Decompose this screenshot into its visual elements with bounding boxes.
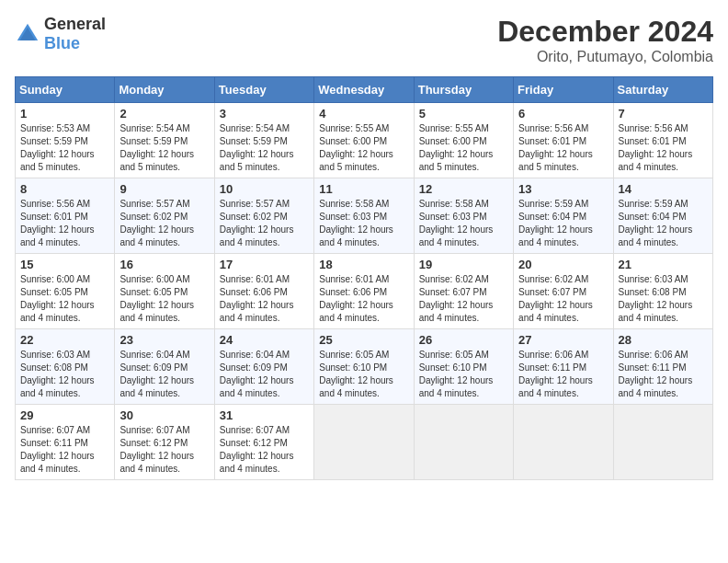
weekday-header: Tuesday [214,77,313,103]
day-info: Sunrise: 6:04 AM Sunset: 6:09 PM Dayligh… [220,349,309,400]
day-number: 22 [20,333,109,347]
calendar-cell: 1 Sunrise: 5:53 AM Sunset: 5:59 PM Dayli… [16,103,115,178]
day-number: 4 [319,107,408,121]
day-number: 6 [518,107,608,121]
calendar-cell: 4 Sunrise: 5:55 AM Sunset: 6:00 PM Dayli… [314,103,414,178]
calendar-week-row: 15 Sunrise: 6:00 AM Sunset: 6:05 PM Dayl… [16,254,713,329]
day-info: Sunrise: 5:54 AM Sunset: 5:59 PM Dayligh… [119,122,209,174]
calendar-cell: 25 Sunrise: 6:05 AM Sunset: 6:10 PM Dayl… [314,329,414,405]
day-info: Sunrise: 5:59 AM Sunset: 6:04 PM Dayligh… [619,198,708,249]
calendar-cell: 9 Sunrise: 5:57 AM Sunset: 6:02 PM Dayli… [115,178,214,254]
day-number: 9 [119,182,209,196]
day-info: Sunrise: 6:05 AM Sunset: 6:10 PM Dayligh… [319,349,408,400]
day-number: 5 [419,107,508,121]
day-number: 23 [119,333,209,347]
calendar-cell: 28 Sunrise: 6:06 AM Sunset: 6:11 PM Dayl… [613,329,712,405]
day-number: 26 [419,333,508,347]
day-info: Sunrise: 5:55 AM Sunset: 6:00 PM Dayligh… [419,122,508,174]
day-info: Sunrise: 5:53 AM Sunset: 5:59 PM Dayligh… [20,122,109,174]
calendar-cell: 14 Sunrise: 5:59 AM Sunset: 6:04 PM Dayl… [613,178,712,254]
day-info: Sunrise: 6:07 AM Sunset: 6:12 PM Dayligh… [220,424,309,476]
day-info: Sunrise: 5:56 AM Sunset: 6:01 PM Dayligh… [518,122,608,174]
day-number: 27 [518,333,608,347]
day-number: 24 [220,333,309,347]
calendar-cell: 3 Sunrise: 5:54 AM Sunset: 5:59 PM Dayli… [214,103,313,178]
calendar-cell: 26 Sunrise: 6:05 AM Sunset: 6:10 PM Dayl… [414,329,513,405]
day-number: 18 [319,258,408,271]
calendar-cell [314,405,414,480]
day-number: 13 [518,182,608,196]
calendar-cell: 13 Sunrise: 5:59 AM Sunset: 6:04 PM Dayl… [514,178,613,254]
day-info: Sunrise: 5:56 AM Sunset: 6:01 PM Dayligh… [619,122,708,174]
day-number: 16 [119,258,209,271]
page-wrapper: General Blue December 2024 Orito, Putuma… [15,15,713,480]
calendar-cell: 31 Sunrise: 6:07 AM Sunset: 6:12 PM Dayl… [214,405,313,480]
day-number: 28 [619,333,708,347]
calendar-cell: 11 Sunrise: 5:58 AM Sunset: 6:03 PM Dayl… [314,178,414,254]
calendar-week-row: 22 Sunrise: 6:03 AM Sunset: 6:08 PM Dayl… [16,329,713,405]
day-number: 2 [119,107,209,121]
day-info: Sunrise: 6:04 AM Sunset: 6:09 PM Dayligh… [119,349,209,400]
day-info: Sunrise: 6:06 AM Sunset: 6:11 PM Dayligh… [518,349,608,400]
day-number: 11 [319,182,408,196]
day-number: 30 [119,408,209,422]
day-number: 29 [20,408,109,422]
day-number: 31 [220,408,309,422]
day-info: Sunrise: 6:01 AM Sunset: 6:06 PM Dayligh… [220,273,309,325]
day-info: Sunrise: 6:07 AM Sunset: 6:11 PM Dayligh… [20,424,109,476]
weekday-header: Friday [514,77,613,103]
calendar-cell: 22 Sunrise: 6:03 AM Sunset: 6:08 PM Dayl… [16,329,115,405]
calendar-cell: 23 Sunrise: 6:04 AM Sunset: 6:09 PM Dayl… [115,329,214,405]
weekday-header: Wednesday [314,77,414,103]
calendar-cell: 12 Sunrise: 5:58 AM Sunset: 6:03 PM Dayl… [414,178,513,254]
day-info: Sunrise: 6:00 AM Sunset: 6:05 PM Dayligh… [119,273,209,325]
calendar-week-row: 8 Sunrise: 5:56 AM Sunset: 6:01 PM Dayli… [16,178,713,254]
calendar-cell: 27 Sunrise: 6:06 AM Sunset: 6:11 PM Dayl… [514,329,613,405]
day-info: Sunrise: 5:56 AM Sunset: 6:01 PM Dayligh… [20,198,109,249]
calendar-cell: 24 Sunrise: 6:04 AM Sunset: 6:09 PM Dayl… [214,329,313,405]
day-info: Sunrise: 5:58 AM Sunset: 6:03 PM Dayligh… [419,198,508,249]
day-number: 21 [619,258,708,271]
day-info: Sunrise: 6:07 AM Sunset: 6:12 PM Dayligh… [119,424,209,476]
day-info: Sunrise: 5:54 AM Sunset: 5:59 PM Dayligh… [220,122,309,174]
weekday-header: Sunday [16,77,115,103]
calendar-cell: 20 Sunrise: 6:02 AM Sunset: 6:07 PM Dayl… [514,254,613,329]
calendar-cell [613,405,712,480]
day-info: Sunrise: 5:59 AM Sunset: 6:04 PM Dayligh… [518,198,608,249]
day-info: Sunrise: 6:02 AM Sunset: 6:07 PM Dayligh… [419,273,508,325]
day-number: 15 [20,258,109,271]
weekday-row: SundayMondayTuesdayWednesdayThursdayFrid… [16,77,713,103]
day-number: 17 [220,258,309,271]
day-info: Sunrise: 6:02 AM Sunset: 6:07 PM Dayligh… [518,273,608,325]
calendar-cell: 15 Sunrise: 6:00 AM Sunset: 6:05 PM Dayl… [16,254,115,329]
logo: General Blue [15,15,106,53]
day-info: Sunrise: 6:03 AM Sunset: 6:08 PM Dayligh… [619,273,708,325]
calendar: SundayMondayTuesdayWednesdayThursdayFrid… [15,76,713,480]
day-number: 7 [619,107,708,121]
calendar-header: SundayMondayTuesdayWednesdayThursdayFrid… [16,77,713,103]
day-number: 1 [20,107,109,121]
calendar-cell: 2 Sunrise: 5:54 AM Sunset: 5:59 PM Dayli… [115,103,214,178]
day-info: Sunrise: 6:00 AM Sunset: 6:05 PM Dayligh… [20,273,109,325]
day-info: Sunrise: 5:57 AM Sunset: 6:02 PM Dayligh… [119,198,209,249]
day-info: Sunrise: 6:06 AM Sunset: 6:11 PM Dayligh… [619,349,708,400]
calendar-cell: 29 Sunrise: 6:07 AM Sunset: 6:11 PM Dayl… [16,405,115,480]
day-number: 3 [220,107,309,121]
day-info: Sunrise: 5:57 AM Sunset: 6:02 PM Dayligh… [220,198,309,249]
day-info: Sunrise: 5:58 AM Sunset: 6:03 PM Dayligh… [319,198,408,249]
day-info: Sunrise: 6:01 AM Sunset: 6:06 PM Dayligh… [319,273,408,325]
calendar-week-row: 1 Sunrise: 5:53 AM Sunset: 5:59 PM Dayli… [16,103,713,178]
main-title: December 2024 [497,15,713,49]
day-info: Sunrise: 6:05 AM Sunset: 6:10 PM Dayligh… [419,349,508,400]
logo-blue: Blue [44,34,80,52]
day-number: 8 [20,182,109,196]
calendar-cell [514,405,613,480]
calendar-cell: 10 Sunrise: 5:57 AM Sunset: 6:02 PM Dayl… [214,178,313,254]
day-number: 12 [419,182,508,196]
calendar-cell: 19 Sunrise: 6:02 AM Sunset: 6:07 PM Dayl… [414,254,513,329]
calendar-cell: 6 Sunrise: 5:56 AM Sunset: 6:01 PM Dayli… [514,103,613,178]
day-number: 10 [220,182,309,196]
calendar-cell: 8 Sunrise: 5:56 AM Sunset: 6:01 PM Dayli… [16,178,115,254]
calendar-cell: 17 Sunrise: 6:01 AM Sunset: 6:06 PM Dayl… [214,254,313,329]
calendar-cell: 7 Sunrise: 5:56 AM Sunset: 6:01 PM Dayli… [613,103,712,178]
